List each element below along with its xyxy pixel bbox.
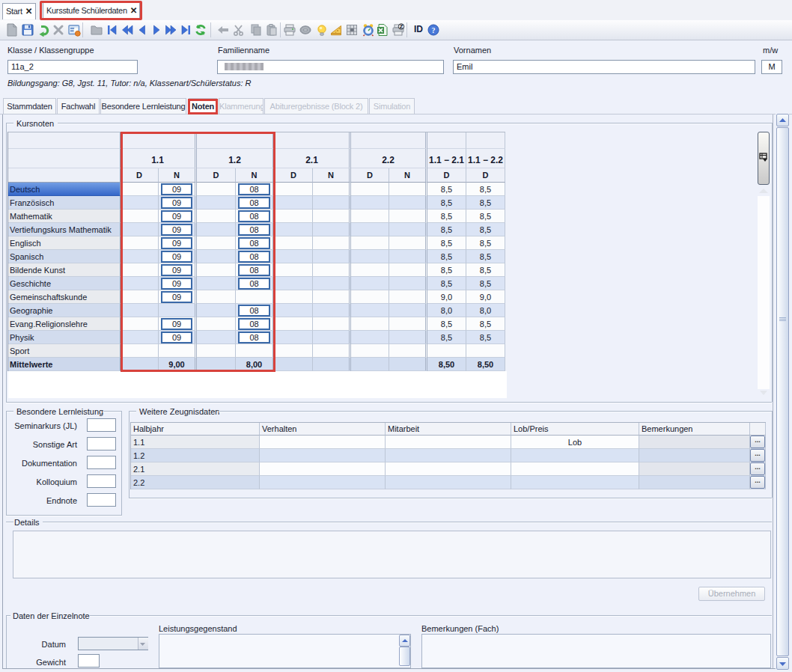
svg-text:?: ? <box>432 26 436 34</box>
svg-text:Z: Z <box>400 23 403 30</box>
